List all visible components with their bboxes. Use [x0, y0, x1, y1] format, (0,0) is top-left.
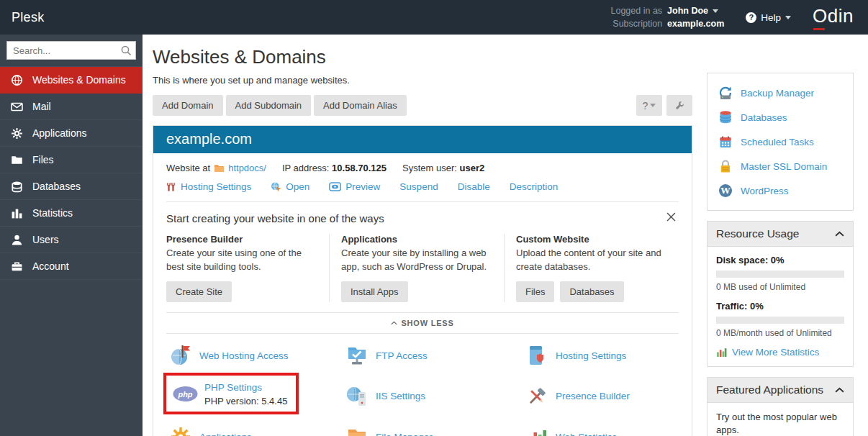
user-icon [11, 234, 23, 246]
orange-gear-icon [169, 426, 192, 436]
promo-col-applications: Applications Create your site by install… [329, 234, 504, 302]
subscription-label: Subscription [611, 18, 663, 29]
chevron-down-icon [785, 16, 791, 19]
domain-info-row: Website at httpdocs/ IP address: 10.58.7… [166, 153, 679, 173]
plesk-app: Plesk Logged in as John Doe Subscription… [0, 0, 868, 436]
description-link[interactable]: Description [510, 181, 559, 192]
shortcut-master-ssl-domain[interactable]: Master SSL Domain [718, 154, 843, 178]
help-icon: ? [746, 12, 756, 23]
tool-hosting-settings[interactable]: Hosting Settings [525, 345, 679, 366]
logged-in-as-label: Logged in as [611, 5, 663, 17]
wordpress-icon: W [718, 183, 733, 198]
svg-text:php: php [177, 389, 192, 398]
sidebar-item-files[interactable]: Files [0, 147, 143, 173]
sidebar-item-databases[interactable]: Databases [0, 173, 143, 200]
show-less-toggle[interactable]: SHOW LESS [166, 312, 679, 334]
user-menu[interactable]: John Doe [667, 5, 724, 17]
files-button[interactable]: Files [516, 281, 554, 302]
install-apps-button[interactable]: Install Apps [341, 281, 408, 302]
tool-applications[interactable]: Applications [169, 426, 345, 436]
sidebar-item-applications[interactable]: Applications [0, 120, 143, 147]
mini-bars-icon [716, 347, 727, 358]
chevron-down-icon [650, 104, 656, 107]
settings-wrench-button[interactable] [666, 95, 692, 116]
featured-applications-header[interactable]: Featured Applications [707, 378, 853, 403]
php-highlight-box: php PHP Settings PHP version: 5.4.45 [163, 373, 299, 414]
promo-col-presence-builder: Presence Builder Create your site using … [166, 234, 329, 302]
ip-label: IP address: [282, 163, 330, 173]
disable-link[interactable]: Disable [458, 181, 490, 192]
shortcut-scheduled-tasks[interactable]: Scheduled Tasks [718, 130, 843, 154]
briefcase-icon [11, 260, 23, 273]
ftp-folder-icon [345, 345, 369, 366]
view-more-statistics-link[interactable]: View More Statistics [716, 347, 844, 358]
right-panel: Backup Manager Databases Scheduled Tasks… [707, 73, 854, 436]
promo-col-text: Create your site using one of the best s… [166, 247, 317, 274]
sidebar-item-users[interactable]: Users [0, 227, 143, 253]
shortcut-wordpress[interactable]: W WordPress [718, 178, 843, 203]
php-icon: php [172, 386, 199, 402]
chevron-up-icon [835, 387, 844, 393]
login-info: Logged in as John Doe Subscription examp… [611, 5, 725, 29]
help-label: Help [761, 12, 781, 23]
tool-php-settings[interactable]: php PHP Settings PHP version: 5.4.45 [169, 378, 345, 414]
subscription-value[interactable]: example.com [667, 18, 724, 29]
sidebar-item-statistics[interactable]: Statistics [0, 200, 143, 227]
shortcut-backup-manager[interactable]: Backup Manager [718, 81, 843, 105]
sidebar-nav: Websites & Domains Mail Applications Fil… [0, 66, 143, 280]
tool-file-manager[interactable]: File Manager [345, 426, 525, 436]
resource-usage-panel: Resource Usage Disk space: 0% 0 MB used … [707, 221, 854, 367]
featured-apps-text: Try out the most popular web apps. [716, 411, 844, 436]
sidebar-item-mail[interactable]: Mail [0, 94, 143, 120]
add-domain-button[interactable]: Add Domain [153, 95, 223, 116]
databases-button[interactable]: Databases [560, 281, 623, 302]
topbar-right: Logged in as John Doe Subscription examp… [611, 5, 868, 30]
scroll-shield-icon [525, 345, 548, 366]
tool-ftp-access[interactable]: FTP Access [345, 345, 525, 366]
system-user-value: user2 [460, 163, 485, 173]
search-icon[interactable] [120, 45, 132, 59]
traffic-progress-bar [716, 317, 844, 324]
add-domain-alias-button[interactable]: Add Domain Alias [314, 95, 407, 116]
docroot-link[interactable]: httpdocs/ [228, 163, 266, 173]
sidebar-item-account[interactable]: Account [0, 253, 143, 280]
svg-text:W: W [720, 186, 731, 196]
shortcut-databases[interactable]: Databases [718, 105, 843, 130]
system-user-label: System user: [402, 163, 457, 173]
promo-col-custom-website: Custom Website Upload the content of you… [504, 234, 679, 302]
resource-usage-header[interactable]: Resource Usage [707, 222, 853, 247]
search-input[interactable] [6, 41, 136, 60]
tool-web-hosting-access[interactable]: Web Hosting Access [169, 345, 345, 366]
page-actions: Add Domain Add Subdomain Add Domain Alia… [153, 95, 692, 116]
add-subdomain-button[interactable]: Add Subdomain [226, 95, 312, 116]
suspend-link[interactable]: Suspend [399, 181, 438, 192]
preview-link[interactable]: Preview [329, 181, 380, 192]
wrench-icon [674, 100, 685, 111]
create-site-button[interactable]: Create Site [166, 281, 232, 302]
promo-col-text: Upload the content of your site and crea… [516, 247, 667, 274]
help-dropdown-button[interactable]: ? [636, 95, 662, 116]
open-link[interactable]: Open [271, 181, 309, 192]
tool-web-statistics[interactable]: Web Statistics [525, 426, 679, 436]
create-website-promo: Start creating your website in one of th… [166, 201, 679, 312]
sidebar-item-websites-domains[interactable]: Websites & Domains [0, 67, 143, 94]
builder-tools-icon [525, 386, 548, 407]
search-box [6, 41, 136, 60]
tool-presence-builder[interactable]: Presence Builder [525, 378, 679, 414]
promo-col-title: Applications [341, 234, 492, 245]
database-icon [11, 181, 23, 193]
domain-name-banner: example.com [153, 126, 692, 153]
help-menu[interactable]: ? Help [746, 12, 791, 23]
iis-server-icon [345, 386, 369, 407]
hosting-settings-link[interactable]: Hosting Settings [166, 181, 251, 192]
close-icon[interactable] [664, 210, 679, 226]
disk-space-caption: 0 MB used of Unlimited [716, 282, 844, 292]
tools-icon [166, 182, 176, 192]
domain-links-row: Hosting Settings Open Preview Suspend Di… [166, 173, 679, 201]
promo-col-text: Create your site by installing a web app… [341, 247, 492, 274]
globe-flag-icon [169, 345, 192, 366]
eye-icon [329, 182, 341, 191]
disk-space-progress-bar [716, 271, 844, 278]
tool-iis-settings[interactable]: IIS Settings [345, 378, 525, 414]
chevron-up-icon [835, 231, 844, 237]
